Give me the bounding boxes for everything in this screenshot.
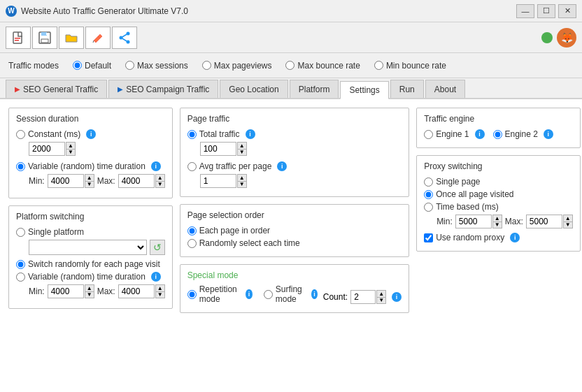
avg-traffic-info[interactable]: i xyxy=(277,161,287,171)
traffic-mode-min-bounce[interactable]: Min bounce rate xyxy=(374,61,446,71)
tab-platform[interactable]: Platform xyxy=(290,80,339,98)
proxy-min-input: 5000 ▲ ▼ xyxy=(455,215,502,228)
engine1-radio[interactable] xyxy=(424,130,433,139)
total-traffic-radio[interactable] xyxy=(187,130,197,139)
repetition-info[interactable]: i xyxy=(246,289,252,299)
tab-geo-location[interactable]: Geo Location xyxy=(220,80,288,98)
tab-run[interactable]: Run xyxy=(390,80,424,98)
avg-traffic-down[interactable]: ▼ xyxy=(237,181,247,188)
single-platform-row: Single platform xyxy=(16,227,165,237)
constant-radio[interactable] xyxy=(16,130,25,139)
total-traffic-up[interactable]: ▲ xyxy=(237,142,247,149)
tab-settings[interactable]: Settings xyxy=(340,81,388,99)
platform-max-down[interactable]: ▼ xyxy=(155,291,165,298)
minimize-button[interactable]: — xyxy=(516,4,534,18)
constant-radio-row: Constant (ms) i xyxy=(16,129,165,139)
single-platform-radio[interactable] xyxy=(16,228,25,237)
count-info[interactable]: i xyxy=(392,292,402,302)
traffic-engine-panel: Traffic engine Engine 1 i Engine 2 i xyxy=(416,108,581,148)
proxy-max-field[interactable]: 5000 xyxy=(526,215,562,228)
platform-select[interactable] xyxy=(29,240,147,255)
session-max-field[interactable]: 4000 xyxy=(118,174,155,188)
tab-seo-campaign[interactable]: ▶ SEO Campaign Traffic xyxy=(108,80,218,98)
main-content: Session duration Constant (ms) i 2000 ▲ … xyxy=(0,99,582,392)
tab-about[interactable]: About xyxy=(425,80,465,98)
engine1-row: Engine 1 i xyxy=(424,129,484,139)
open-button[interactable] xyxy=(59,27,84,49)
each-page-radio[interactable] xyxy=(187,226,197,235)
count-down[interactable]: ▼ xyxy=(376,297,386,304)
once-all-radio[interactable] xyxy=(424,190,433,199)
new-button[interactable] xyxy=(6,27,31,49)
repetition-mode-radio[interactable] xyxy=(187,290,197,299)
platform-variable-radio[interactable] xyxy=(16,273,25,282)
avg-traffic-radio[interactable] xyxy=(187,162,197,171)
platform-switching-title: Platform switching xyxy=(16,212,165,222)
once-all-row: Once all page visited xyxy=(424,189,573,199)
count-up[interactable]: ▲ xyxy=(376,290,386,297)
constant-spin-down[interactable]: ▼ xyxy=(66,149,76,156)
traffic-mode-max-bounce[interactable]: Max bounce rate xyxy=(285,61,360,71)
avg-traffic-input: 1 ▲ ▼ xyxy=(200,174,402,188)
toolbar: 🦊 xyxy=(0,22,582,53)
constant-info[interactable]: i xyxy=(86,129,96,139)
total-traffic-input: 100 ▲ ▼ xyxy=(200,142,402,156)
single-platform-label: Single platform xyxy=(28,227,84,237)
platform-max-field[interactable]: 4000 xyxy=(118,284,155,298)
proxy-min-up[interactable]: ▲ xyxy=(492,215,502,222)
count-field[interactable]: 2 xyxy=(350,290,376,304)
constant-spin-up[interactable]: ▲ xyxy=(66,142,76,149)
switch-randomly-radio[interactable] xyxy=(16,260,25,269)
random-select-radio[interactable] xyxy=(187,239,197,248)
session-min-up[interactable]: ▲ xyxy=(85,174,94,181)
svg-line-7 xyxy=(93,41,94,43)
platform-min-down[interactable]: ▼ xyxy=(85,291,94,298)
avg-traffic-field[interactable]: 1 xyxy=(200,174,236,188)
time-based-radio[interactable] xyxy=(424,203,433,212)
variable-radio[interactable] xyxy=(16,162,25,171)
share-button[interactable] xyxy=(112,27,137,49)
surfing-mode-radio[interactable] xyxy=(264,290,273,299)
platform-variable-info[interactable]: i xyxy=(151,272,161,282)
edit-button[interactable] xyxy=(85,27,111,49)
total-traffic-info[interactable]: i xyxy=(246,129,255,139)
proxy-max-up[interactable]: ▲ xyxy=(563,215,573,222)
traffic-mode-default[interactable]: Default xyxy=(73,61,111,71)
save-button[interactable] xyxy=(32,27,57,49)
engine1-info[interactable]: i xyxy=(475,129,485,139)
use-random-proxy-info[interactable]: i xyxy=(510,233,520,242)
tab-seo-general[interactable]: ▶ SEO General Traffic xyxy=(6,80,107,98)
close-button[interactable]: ✕ xyxy=(558,4,576,18)
engine2-info[interactable]: i xyxy=(544,129,553,139)
mid-column: Page traffic Total traffic i 100 ▲ ▼ xyxy=(180,108,409,384)
traffic-mode-max-pageviews[interactable]: Max pageviews xyxy=(202,61,272,71)
switch-randomly-row: Switch randomly for each page visit xyxy=(16,259,165,269)
platform-max-up[interactable]: ▲ xyxy=(155,284,165,291)
total-traffic-field[interactable]: 100 xyxy=(200,142,236,156)
platform-min-field[interactable]: 4000 xyxy=(48,284,84,298)
constant-ms-input[interactable]: 2000 xyxy=(29,142,65,156)
proxy-max-down[interactable]: ▼ xyxy=(563,222,573,228)
avg-traffic-label: Avg traffic per page xyxy=(199,161,272,171)
platform-min-label: Min: xyxy=(29,286,45,296)
session-max-down[interactable]: ▼ xyxy=(155,181,165,188)
variable-info[interactable]: i xyxy=(151,161,161,171)
platform-min-up[interactable]: ▲ xyxy=(85,284,94,291)
single-page-proxy-radio[interactable] xyxy=(424,177,433,187)
total-traffic-down[interactable]: ▼ xyxy=(237,149,247,156)
session-min-field[interactable]: 4000 xyxy=(48,174,84,188)
surfing-info[interactable]: i xyxy=(311,289,318,299)
platform-refresh-button[interactable]: ↺ xyxy=(150,240,165,255)
proxy-min-field[interactable]: 5000 xyxy=(455,215,492,228)
session-min-down[interactable]: ▼ xyxy=(85,181,94,188)
avg-traffic-up[interactable]: ▲ xyxy=(237,174,247,181)
traffic-mode-max-sessions[interactable]: Max sessions xyxy=(125,61,188,71)
time-based-label: Time based (ms) xyxy=(436,202,499,212)
count-input: 2 ▲ ▼ xyxy=(350,290,386,304)
maximize-button[interactable]: ☐ xyxy=(537,4,555,18)
engine2-radio[interactable] xyxy=(493,130,502,139)
proxy-min-down[interactable]: ▼ xyxy=(492,222,502,228)
use-random-proxy-checkbox[interactable] xyxy=(424,233,433,242)
session-max-label: Max: xyxy=(97,176,115,186)
session-max-up[interactable]: ▲ xyxy=(155,174,165,181)
